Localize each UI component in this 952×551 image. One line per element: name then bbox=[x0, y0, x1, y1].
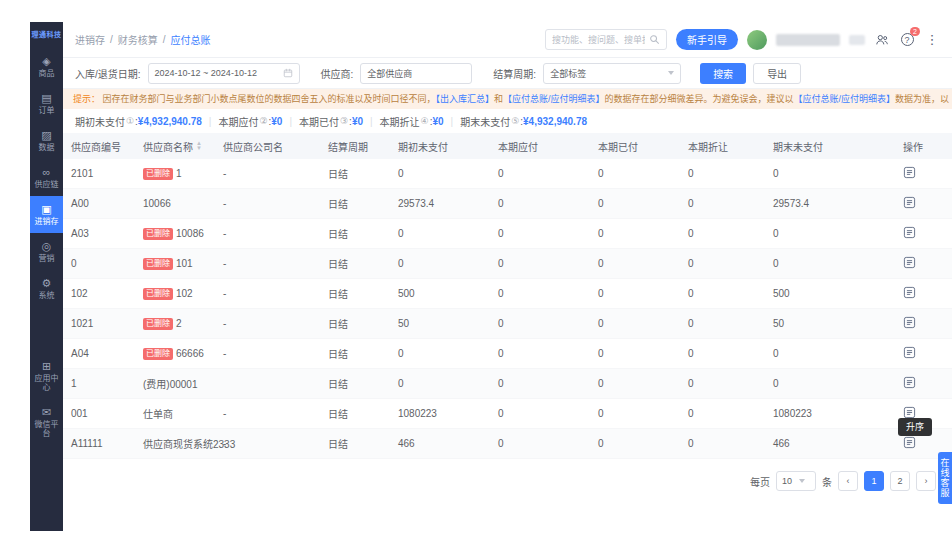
top-bar: 进销存 / 财务核算 / 应付总账 新手引导 bbox=[63, 22, 952, 58]
amount-cell-end: 500 bbox=[765, 288, 895, 299]
supplier-no-cell: 102 bbox=[63, 288, 135, 299]
amount-cell-init: 0 bbox=[390, 168, 490, 179]
detail-icon[interactable] bbox=[903, 346, 916, 359]
column-header-initial-unpaid: 期初未支付 bbox=[390, 139, 490, 154]
data-icon: ▨ bbox=[41, 130, 51, 141]
sidebar-item-app-center[interactable]: ⊞应用中心 bbox=[30, 353, 63, 399]
amount-cell-init: 29573.4 bbox=[390, 198, 490, 209]
breadcrumb-item[interactable]: 进销存 bbox=[75, 32, 105, 47]
detail-icon[interactable] bbox=[903, 286, 916, 299]
more-menu-icon[interactable]: ⋮ bbox=[924, 32, 940, 48]
table-row: 1021已删除2-日结5000050 bbox=[63, 309, 952, 339]
search-icon[interactable] bbox=[649, 34, 660, 45]
breadcrumb: 进销存 / 财务核算 / 应付总账 bbox=[75, 32, 211, 47]
amount-cell-payable: 0 bbox=[490, 408, 590, 419]
sidebar-item-system[interactable]: ⚙系统 bbox=[30, 270, 63, 307]
amount-cell-init: 466 bbox=[390, 438, 490, 449]
breadcrumb-item[interactable]: 财务核算 bbox=[118, 32, 158, 47]
operation-cell bbox=[895, 256, 952, 271]
amount-cell-payable: 0 bbox=[490, 198, 590, 209]
cycle-filter-select[interactable]: 全部标签 bbox=[543, 63, 681, 84]
amount-cell-payable: 0 bbox=[490, 168, 590, 179]
notice-link[interactable]: 【应付总账/应付明细表】 bbox=[503, 94, 605, 104]
supplier-name-cell: 10066 bbox=[135, 198, 215, 209]
amount-cell-paid: 0 bbox=[590, 228, 680, 239]
amount-cell-discount: 0 bbox=[680, 348, 765, 359]
beginner-guide-button[interactable]: 新手引导 bbox=[676, 29, 738, 50]
summary-label: 本期已付 bbox=[299, 114, 339, 129]
deleted-badge: 已删除 bbox=[143, 258, 173, 270]
date-range-picker[interactable]: 2024-10-12 ~ 2024-10-12 bbox=[148, 63, 300, 84]
page-button-1[interactable]: 1 bbox=[864, 471, 884, 491]
cycle-filter-value: 全部标签 bbox=[550, 67, 586, 80]
global-search-input[interactable] bbox=[552, 35, 645, 45]
supplier-name-cell: 已删除66666 bbox=[135, 348, 215, 360]
deleted-badge: 已删除 bbox=[143, 288, 173, 300]
amount-cell-init: 0 bbox=[390, 348, 490, 359]
amount-cell-paid: 0 bbox=[590, 348, 680, 359]
next-page-button[interactable]: › bbox=[916, 471, 936, 491]
sidebar-item-marketing[interactable]: ◎营销 bbox=[30, 233, 63, 270]
supplier-no-cell: A11111 bbox=[63, 438, 135, 449]
operation-cell bbox=[895, 316, 952, 331]
chevron-down-icon bbox=[668, 71, 674, 75]
orders-icon: ▤ bbox=[41, 93, 51, 104]
amount-cell-init: 0 bbox=[390, 258, 490, 269]
supplier-no-cell: 0 bbox=[63, 258, 135, 269]
help-icon[interactable]: ? 2 bbox=[899, 32, 915, 48]
info-icon: ④ bbox=[421, 116, 429, 126]
supplier-name-text: 102 bbox=[176, 288, 193, 299]
export-button[interactable]: 导出 bbox=[753, 63, 801, 84]
detail-icon[interactable] bbox=[903, 256, 916, 269]
summary-divider: | bbox=[289, 116, 292, 127]
summary-item: 本期应付 ②: ¥0 bbox=[218, 114, 282, 129]
detail-icon[interactable] bbox=[903, 196, 916, 209]
supplier-name-text: 10066 bbox=[143, 198, 171, 209]
user-avatar[interactable] bbox=[747, 30, 767, 50]
amount-cell-payable: 0 bbox=[490, 438, 590, 449]
amount-cell-paid: 0 bbox=[590, 318, 680, 329]
sidebar-item-data[interactable]: ▨数据 bbox=[30, 122, 63, 159]
amount-cell-discount: 0 bbox=[680, 438, 765, 449]
contacts-icon[interactable] bbox=[874, 32, 890, 48]
main-area: 进销存 / 财务核算 / 应付总账 新手引导 bbox=[63, 22, 952, 531]
column-header-ending-unpaid: 期末未支付 bbox=[765, 139, 895, 154]
supplier-name-text: 10086 bbox=[176, 228, 204, 239]
sidebar-item-wechat[interactable]: ✉微信平台 bbox=[30, 399, 63, 445]
sidebar-item-supply-chain[interactable]: ∞供应链 bbox=[30, 159, 63, 196]
supplier-filter-input[interactable]: 全部供应商 bbox=[360, 63, 472, 84]
table-row: A0010066-日结29573.400029573.4 bbox=[63, 189, 952, 219]
cycle-filter-label: 结算周期: bbox=[493, 66, 536, 81]
sidebar-item-label: 供应链 bbox=[32, 180, 62, 189]
cycle-cell: 日结 bbox=[320, 166, 390, 181]
page-button-2[interactable]: 2 bbox=[890, 471, 910, 491]
column-header-supplier-name[interactable]: 供应商名称▲▼ bbox=[135, 139, 215, 154]
detail-icon[interactable] bbox=[903, 166, 916, 179]
sidebar-item-inventory[interactable]: ▣进销存 bbox=[30, 196, 63, 233]
summary-divider: | bbox=[451, 116, 454, 127]
notice-link[interactable]: 【应付总账/应付明细表】 bbox=[794, 94, 896, 104]
sidebar-item-goods[interactable]: ◈商品 bbox=[30, 48, 63, 85]
breadcrumb-separator: / bbox=[163, 34, 166, 45]
search-button[interactable]: 搜索 bbox=[700, 63, 746, 84]
amount-cell-payable: 0 bbox=[490, 348, 590, 359]
prev-page-button[interactable]: ‹ bbox=[838, 471, 858, 491]
supplier-name-cell: (费用)00001 bbox=[135, 376, 215, 391]
customer-service-tab[interactable]: 在线客服 bbox=[938, 452, 952, 504]
notice-link[interactable]: 【出入库汇总】 bbox=[436, 94, 495, 104]
column-header-period-discount: 本期折让 bbox=[680, 139, 765, 154]
deleted-badge: 已删除 bbox=[143, 318, 173, 330]
deleted-badge: 已删除 bbox=[143, 168, 173, 180]
sidebar-item-orders[interactable]: ▤订单 bbox=[30, 85, 63, 122]
detail-icon[interactable] bbox=[903, 226, 916, 239]
table-row: 102已删除102-日结500000500 bbox=[63, 279, 952, 309]
column-header-label: 本期已付 bbox=[598, 139, 638, 154]
column-header-label: 操作 bbox=[903, 139, 923, 154]
detail-icon[interactable] bbox=[903, 316, 916, 329]
sort-icon[interactable]: ▲▼ bbox=[196, 141, 202, 151]
page-size-select[interactable]: 10 bbox=[776, 471, 816, 491]
detail-icon[interactable] bbox=[903, 376, 916, 389]
notice-segment: 数据为准，以 bbox=[895, 94, 949, 104]
detail-icon[interactable] bbox=[903, 436, 916, 449]
company-cell: - bbox=[215, 408, 320, 419]
